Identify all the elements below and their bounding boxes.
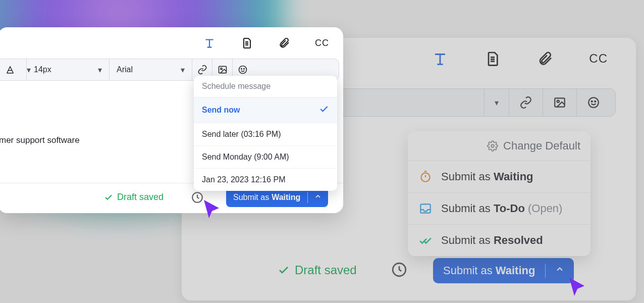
- cursor-pointer-back: [566, 276, 591, 300]
- text-color-icon: [6, 65, 15, 74]
- svg-point-6: [491, 144, 494, 147]
- submit-prefix: Submit as: [443, 264, 493, 277]
- font-family-dropdown[interactable]: Arial ▾: [110, 59, 192, 80]
- gear-icon: [487, 140, 498, 152]
- submit-caret-front[interactable]: [308, 192, 328, 203]
- schedule-option-custom-date[interactable]: Jan 23, 2023 12:16 PM: [194, 169, 337, 191]
- svg-point-12: [239, 66, 247, 74]
- schedule-option-send-monday[interactable]: Send Monday (9:00 AM): [194, 146, 337, 169]
- emoji-icon[interactable]: [577, 89, 610, 116]
- editor-action-toolbar-front: CC: [203, 36, 329, 49]
- svg-point-14: [244, 69, 245, 70]
- link-icon[interactable]: [509, 89, 543, 116]
- text-color-dropdown[interactable]: ▾: [0, 59, 27, 80]
- dropdown-caret[interactable]: ▾: [485, 89, 509, 116]
- svg-point-13: [241, 69, 242, 70]
- change-default-label: Change Default: [503, 139, 580, 153]
- stopwatch-icon: [419, 170, 432, 183]
- chevron-down-icon: ▾: [98, 65, 102, 75]
- attachment-icon[interactable]: [536, 50, 554, 67]
- submit-prefix: Submit as: [233, 193, 269, 202]
- schedule-option-send-later[interactable]: Send later (03:16 PM): [194, 123, 337, 146]
- document-icon[interactable]: [484, 50, 501, 67]
- check-icon: [319, 104, 329, 116]
- cursor-pointer-front: [201, 198, 225, 222]
- schedule-option-label: Send Monday (9:00 AM): [202, 153, 289, 162]
- svg-point-2: [588, 97, 599, 108]
- schedule-option-send-now[interactable]: Send now: [194, 97, 337, 123]
- text-format-icon[interactable]: [203, 36, 216, 49]
- draft-saved-label: Draft saved: [117, 192, 164, 203]
- draft-saved-label: Draft saved: [295, 263, 357, 277]
- schedule-option-label: Send later (03:16 PM): [202, 130, 281, 139]
- schedule-menu-header: Schedule message: [194, 76, 337, 97]
- schedule-option-label: Send now: [202, 106, 240, 115]
- status-option-resolved[interactable]: Submit as Resolved: [408, 225, 591, 256]
- text-format-icon[interactable]: [432, 50, 449, 67]
- draft-saved-indicator-back: Draft saved: [278, 263, 357, 277]
- svg-point-11: [220, 68, 222, 70]
- chevron-down-icon: ▾: [181, 65, 185, 75]
- schedule-menu: Schedule message Send now Send later (03…: [194, 76, 337, 191]
- submit-status: Waiting: [272, 193, 300, 202]
- double-check-icon: [419, 234, 432, 247]
- svg-point-3: [592, 101, 593, 102]
- svg-point-4: [595, 101, 596, 102]
- schedule-option-label: Jan 23, 2023 12:16 PM: [202, 175, 285, 184]
- status-option-todo[interactable]: Submit as To-Do (Open): [408, 193, 591, 225]
- submit-button-back[interactable]: Submit as Waiting: [433, 258, 574, 283]
- submit-status: Waiting: [496, 264, 535, 277]
- change-default-button[interactable]: Change Default: [408, 131, 591, 161]
- svg-rect-9: [7, 73, 14, 74]
- inbox-icon: [419, 202, 432, 215]
- image-icon[interactable]: [543, 89, 577, 116]
- font-size-value: 14px: [34, 65, 51, 74]
- font-family-value: Arial: [117, 65, 133, 74]
- document-icon[interactable]: [240, 36, 253, 49]
- attachment-icon[interactable]: [278, 36, 291, 49]
- cc-button-front[interactable]: CC: [315, 38, 329, 48]
- submit-status-menu: Change Default Submit as Waiting Submit …: [408, 131, 591, 256]
- cc-button-back[interactable]: CC: [589, 52, 608, 66]
- editor-action-toolbar-back: CC: [432, 50, 608, 67]
- schedule-clock-icon-back[interactable]: [391, 261, 408, 278]
- svg-point-1: [557, 100, 559, 103]
- draft-saved-indicator-front: Draft saved: [104, 192, 164, 203]
- font-size-dropdown[interactable]: 14px ▾: [27, 59, 110, 80]
- status-option-waiting[interactable]: Submit as Waiting: [408, 161, 591, 193]
